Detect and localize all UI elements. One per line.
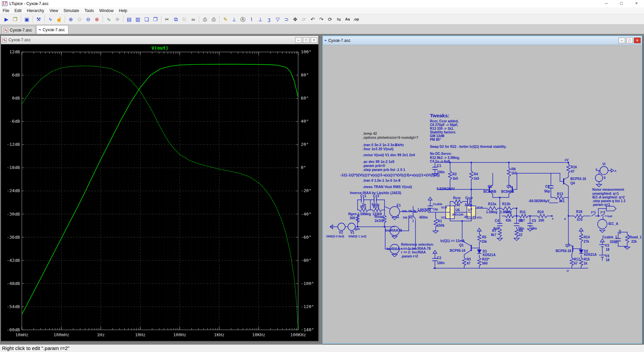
mirror-button[interactable]: ⇋ xyxy=(335,15,343,23)
waveform-restore-button[interactable]: □ xyxy=(303,37,310,43)
print-preview-button[interactable]: ⎙ xyxy=(201,15,209,23)
cascade-windows-button[interactable]: ❏ xyxy=(143,15,151,23)
tile-vertical-button[interactable]: ▥ xyxy=(134,15,142,23)
tab-label: Сухов-7.asc xyxy=(43,27,65,32)
spice-directive-button[interactable]: .op xyxy=(352,15,360,23)
schematic-label: C5 xyxy=(532,219,536,223)
place-inductor-button[interactable]: ʒ xyxy=(265,15,273,23)
y-right-tick: 20° xyxy=(301,142,309,147)
new-schematic-button[interactable]: ▶ xyxy=(2,15,10,23)
close-button[interactable]: × xyxy=(629,0,644,7)
schematic-label: 470 xyxy=(577,218,583,222)
schematic-label: 47 xyxy=(467,261,471,265)
schematic-label: SW_TRAN xyxy=(402,210,416,213)
run-button[interactable]: ϟ xyxy=(46,15,54,23)
halt-button[interactable]: ☝ xyxy=(55,15,63,23)
schematic-label: Ic(Q1) == 12mA xyxy=(440,239,465,243)
pan-button[interactable]: ✥ xyxy=(113,15,121,23)
waveform-close-button[interactable]: × xyxy=(311,37,317,43)
maximize-button[interactable]: □ xyxy=(614,0,629,7)
place-component-button[interactable]: ⊃ xyxy=(282,15,290,23)
schematic-label: 18 xyxy=(606,248,610,251)
print-button[interactable]: ⎙ xyxy=(210,15,218,23)
schematic-label: r == 1: Inv.RIAA-78 xyxy=(401,247,431,250)
menu-file[interactable]: File xyxy=(0,8,12,14)
place-diode-button[interactable]: ▽ xyxy=(274,15,282,23)
autorange-y-axis-button[interactable]: ∿ xyxy=(105,15,113,23)
schematic-label: 200 xyxy=(538,219,544,222)
gain-trace[interactable] xyxy=(22,64,298,314)
y-right-tick: -40° xyxy=(301,212,311,217)
schematic-label: Rт3 xyxy=(373,205,379,209)
new-window-button[interactable]: ❐ xyxy=(151,15,159,23)
schematic-label: 450m xyxy=(419,216,428,219)
schematic-label: VCL xyxy=(477,216,482,219)
open-file-button[interactable]: ❐ xyxy=(11,15,19,23)
save-button[interactable]: ▣ xyxy=(23,15,31,23)
menu-hierarchy[interactable]: Hierarchy xyxy=(24,8,47,14)
schematic-restore-button[interactable]: □ xyxy=(626,38,633,43)
schematic-label: A xyxy=(564,217,566,221)
schematic-label: 22 xyxy=(519,233,523,237)
drag-button[interactable]: ☞ xyxy=(300,15,308,23)
tile-horizontal-button[interactable]: ▤ xyxy=(125,15,133,23)
find-button[interactable]: ∞ xyxy=(189,15,197,23)
draw-wire-button[interactable]: ✎ xyxy=(221,15,229,23)
cut-button[interactable]: ✂ xyxy=(163,15,171,23)
out-port[interactable] xyxy=(606,206,616,211)
schematic-canvas[interactable]: .temp 42.options plotwinsize=0 numdgt=7.… xyxy=(323,45,642,343)
schematic-label: C4 1u -> 6u8 xyxy=(430,160,450,163)
menu-simulate[interactable]: Simulate xyxy=(61,8,82,14)
zoom-out-button[interactable]: ⊖ xyxy=(84,15,92,23)
waveform-window-titlebar[interactable]: ∿ Сухов-7.asc – □ × xyxy=(1,36,318,44)
menu-edit[interactable]: Edit xyxy=(12,8,24,14)
move-button[interactable]: ✥ xyxy=(291,15,299,23)
schematic-label: R13 330 -> 1k1. xyxy=(430,127,454,130)
rotate-button[interactable]: ⟳ xyxy=(326,15,334,23)
place-ground-button[interactable]: ⟂ xyxy=(230,15,238,23)
schematic-tab-icon: ⌁ xyxy=(39,27,41,32)
menu-view[interactable]: View xyxy=(47,8,61,14)
minimize-button[interactable]: – xyxy=(599,0,614,7)
place-resistor-button[interactable]: ⌇ xyxy=(248,15,256,23)
schematic-label: V1 xyxy=(350,231,355,234)
schematic-label: unweighted: q=1 xyxy=(592,192,619,195)
place-capacitor-button[interactable]: ⊥ xyxy=(256,15,264,23)
schematic-label: R22* xyxy=(482,257,489,261)
tab-plot[interactable]: ∿Сухов-7.asc xyxy=(1,26,36,34)
y-left-tick: -12dB xyxy=(7,142,20,147)
text-button[interactable]: Aa xyxy=(343,15,352,23)
zoom-in-button[interactable]: ⊕ xyxy=(67,15,75,23)
schematic-label: R17 xyxy=(574,257,580,261)
waveform-window: ∿ Сухов-7.asc – □ × 12dB6dB0dB-6dB-12dB-… xyxy=(1,36,319,341)
copy-button[interactable]: ⧉ xyxy=(172,15,180,23)
paste-button[interactable]: ⎘ xyxy=(180,15,189,23)
undo-button[interactable]: ↶ xyxy=(309,15,317,23)
schematic-label: R1 xyxy=(438,219,442,223)
redo-button[interactable]: ↷ xyxy=(317,15,325,23)
y-left-tick: -36dB xyxy=(7,235,20,240)
menu-window[interactable]: Window xyxy=(97,8,116,14)
schematic-label: InvRIAA78 xyxy=(385,229,402,232)
waveform-plot-canvas[interactable]: 12dB6dB0dB-6dB-12dB-18dB-24dB-30dB-36dB-… xyxy=(1,44,318,341)
schematic-window-icon: ⌁ xyxy=(324,38,327,43)
menu-tools[interactable]: Tools xyxy=(82,8,97,14)
y-right-tick: 40° xyxy=(301,119,309,124)
control-panel-button[interactable]: ⚒ xyxy=(35,15,43,23)
x-tick: 100mHz xyxy=(53,332,69,337)
schematic-minimize-button[interactable]: – xyxy=(619,38,625,43)
schematic-label: -1/(1-1/(2*(i(Vi)@1*v(x)@3-v(x)@1*i(Vi)@… xyxy=(340,173,440,177)
schematic-close-button[interactable]: × xyxy=(634,38,641,43)
toolbar-separator xyxy=(161,15,161,23)
trace-title[interactable]: V(out) xyxy=(152,45,169,51)
schematic-label: .param q=1 xyxy=(592,203,610,207)
tab-schematic[interactable]: ⌁Сухов-7.asc xyxy=(36,25,68,34)
label-net-button[interactable]: Ⓐ xyxy=(239,15,247,23)
waveform-minimize-button[interactable]: – xyxy=(295,37,302,43)
zoom-full-extents-button[interactable]: ⊗ xyxy=(93,15,101,23)
zoom-previous-button[interactable]: ⊙ xyxy=(75,15,84,23)
menu-help[interactable]: Help xyxy=(116,8,130,14)
phase-trace[interactable] xyxy=(22,66,298,330)
y-left-tick: -24dB xyxy=(7,188,20,193)
schematic-window-titlebar[interactable]: ⌁ Сухов-7.asc – □ × xyxy=(323,36,642,45)
